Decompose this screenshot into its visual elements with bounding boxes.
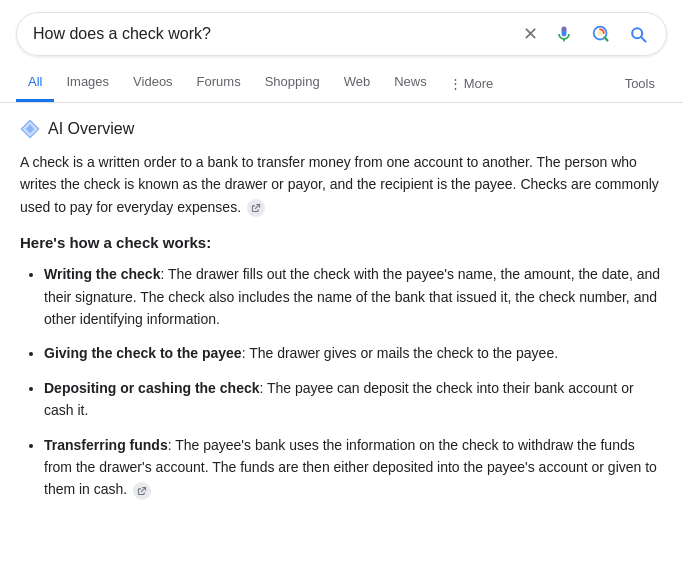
- search-icons: ✕: [521, 21, 650, 47]
- tab-more[interactable]: ⋮ More: [439, 66, 504, 101]
- funds-link-icon[interactable]: [133, 482, 151, 500]
- tab-web[interactable]: Web: [332, 64, 383, 102]
- main-content: AI Overview A check is a written order t…: [0, 103, 683, 529]
- tab-forums[interactable]: Forums: [185, 64, 253, 102]
- tab-shopping[interactable]: Shopping: [253, 64, 332, 102]
- search-input[interactable]: How does a check work?: [33, 25, 521, 43]
- search-bar-container: How does a check work? ✕: [0, 0, 683, 56]
- tab-images[interactable]: Images: [54, 64, 121, 102]
- list-item: Giving the check to the payee: The drawe…: [44, 342, 663, 364]
- ai-intro-text: A check is a written order to a bank to …: [20, 154, 659, 215]
- clear-button[interactable]: ✕: [521, 21, 540, 47]
- bullet-list: Writing the check: The drawer fills out …: [20, 263, 663, 501]
- link-svg: [251, 203, 261, 213]
- ai-diamond-icon: [20, 119, 40, 139]
- list-item: Depositing or cashing the check: The pay…: [44, 377, 663, 422]
- lens-icon: [590, 23, 612, 45]
- ai-overview-header: AI Overview: [20, 119, 663, 139]
- tab-all[interactable]: All: [16, 64, 54, 102]
- bullet-text-1: : The drawer gives or mails the check to…: [242, 345, 558, 361]
- tabs-container: All Images Videos Forums Shopping Web Ne…: [0, 64, 683, 103]
- search-icon: [628, 24, 648, 44]
- svg-point-2: [597, 30, 603, 35]
- ai-overview-intro: A check is a written order to a bank to …: [20, 151, 663, 218]
- tab-videos[interactable]: Videos: [121, 64, 185, 102]
- search-button[interactable]: [626, 22, 650, 46]
- how-title: Here's how a check works:: [20, 234, 663, 251]
- search-bar: How does a check work? ✕: [16, 12, 667, 56]
- more-dots-icon: ⋮: [449, 76, 462, 91]
- bullet-bold-0: Writing the check: [44, 266, 160, 282]
- svg-point-0: [562, 27, 567, 32]
- lens-search-button[interactable]: [588, 21, 614, 47]
- tabs-left: All Images Videos Forums Shopping Web Ne…: [16, 64, 613, 102]
- tab-news[interactable]: News: [382, 64, 439, 102]
- list-item: Transferring funds: The payee's bank use…: [44, 434, 663, 501]
- intro-link-icon[interactable]: [247, 199, 265, 217]
- mic-icon: [554, 24, 574, 44]
- bullet-bold-2: Depositing or cashing the check: [44, 380, 260, 396]
- bullet-bold-3: Transferring funds: [44, 437, 168, 453]
- link-svg-2: [137, 486, 147, 496]
- ai-overview-title: AI Overview: [48, 120, 134, 138]
- voice-search-button[interactable]: [552, 22, 576, 46]
- list-item: Writing the check: The drawer fills out …: [44, 263, 663, 330]
- more-label: More: [464, 76, 494, 91]
- clear-icon: ✕: [523, 23, 538, 45]
- tab-tools[interactable]: Tools: [613, 66, 667, 101]
- bullet-bold-1: Giving the check to the payee: [44, 345, 242, 361]
